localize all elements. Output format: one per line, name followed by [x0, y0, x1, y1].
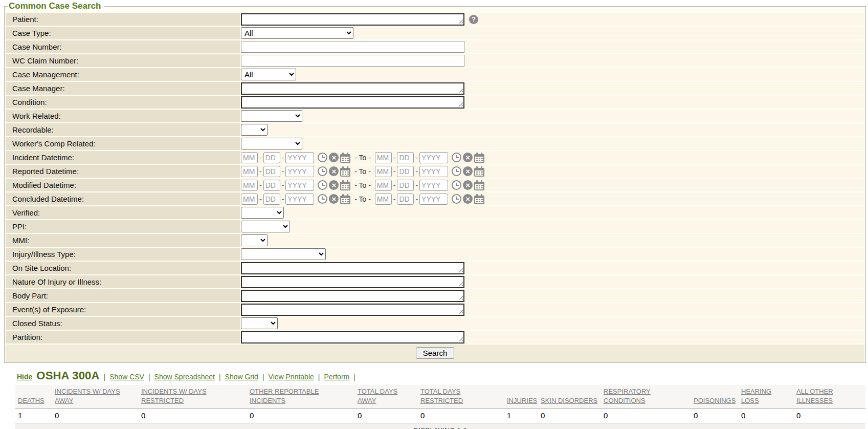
action-link-show-spreadsheet[interactable]: Show Spreadsheet [154, 373, 215, 381]
month-input[interactable] [241, 194, 258, 205]
workers-comp-related-select[interactable] [241, 138, 302, 149]
day-input[interactable] [263, 152, 280, 163]
clear-date-icon[interactable] [329, 153, 339, 162]
time-icon[interactable] [318, 180, 327, 190]
year-input[interactable] [285, 194, 314, 205]
year-input[interactable] [419, 152, 448, 163]
calendar-icon[interactable] [340, 182, 350, 190]
column-header-link[interactable]: POISONINGS [694, 397, 736, 404]
action-link-view-printable[interactable]: View Printable [269, 373, 314, 381]
column-header-link[interactable]: TOTAL DAYS RESTRICTED [420, 388, 463, 404]
calendar-icon[interactable] [340, 196, 350, 204]
day-input[interactable] [263, 194, 280, 205]
year-input[interactable] [419, 166, 448, 177]
patient-input-wrap [241, 13, 464, 26]
calendar-icon[interactable] [474, 168, 484, 177]
mmi-select[interactable] [241, 234, 268, 246]
events-of-exposure-input[interactable] [241, 304, 464, 316]
table-row: 100000100000 [15, 409, 865, 423]
ppi-select[interactable] [241, 221, 290, 232]
column-header-link[interactable]: SKIN DISORDERS [541, 397, 597, 404]
calendar-icon[interactable] [474, 196, 484, 204]
month-input[interactable] [375, 152, 392, 163]
clear-date-icon[interactable] [463, 194, 473, 204]
reported-date-from-group: -- [241, 166, 350, 177]
condition-input[interactable] [241, 96, 464, 109]
action-link-perform[interactable]: Perform [324, 373, 349, 381]
column-header-link[interactable]: HEARING LOSS [741, 388, 771, 404]
partition-input[interactable] [241, 331, 464, 344]
body-part-input[interactable] [241, 290, 464, 302]
column-header-link[interactable]: INCIDENTS W/ DAYS RESTRICTED [141, 388, 207, 404]
nature-of-injury-input[interactable] [241, 276, 464, 288]
field-control [240, 123, 864, 136]
month-input[interactable] [241, 166, 258, 177]
time-icon[interactable] [452, 180, 461, 190]
column-header-link[interactable]: TOTAL DAYS AWAY [358, 388, 397, 404]
day-input[interactable] [263, 166, 280, 177]
clear-date-icon[interactable] [329, 180, 339, 190]
day-input[interactable] [397, 180, 414, 191]
time-icon[interactable] [452, 166, 461, 176]
column-header: INCIDENTS W/ DAYS AWAY [52, 385, 139, 409]
clear-date-icon[interactable] [463, 153, 473, 162]
day-input[interactable] [263, 180, 280, 191]
column-header-link[interactable]: ALL OTHER ILLNESSES [796, 388, 833, 404]
wc-claim-number-input[interactable] [241, 55, 464, 67]
calendar-icon[interactable] [474, 182, 484, 190]
injury-illness-type-select[interactable] [241, 248, 326, 260]
month-input[interactable] [241, 180, 258, 191]
clear-date-icon[interactable] [463, 166, 473, 176]
verified-select[interactable] [241, 207, 284, 219]
year-input[interactable] [285, 166, 314, 177]
case-manager-input[interactable] [241, 82, 464, 95]
column-header-link[interactable]: INJURIES [507, 397, 537, 404]
work-related-select[interactable] [241, 110, 302, 122]
action-link-show-grid[interactable]: Show Grid [225, 373, 258, 381]
case-management-select[interactable]: All [241, 69, 296, 80]
clear-date-icon[interactable] [329, 194, 339, 204]
field-label: Partition: [6, 331, 240, 344]
column-header-link[interactable]: OTHER REPORTABLE INCIDENTS [250, 388, 319, 404]
month-input[interactable] [375, 194, 392, 205]
time-icon[interactable] [318, 194, 327, 204]
case-number-input[interactable] [241, 41, 464, 53]
time-icon[interactable] [452, 153, 461, 162]
month-input[interactable] [241, 152, 258, 163]
year-input[interactable] [419, 194, 448, 205]
column-header: TOTAL DAYS AWAY [355, 385, 418, 409]
day-input[interactable] [397, 166, 414, 177]
date-separator: - [282, 181, 284, 189]
action-link-show-csv[interactable]: Show CSV [109, 373, 144, 381]
year-input[interactable] [285, 152, 314, 163]
calendar-icon[interactable] [474, 154, 484, 163]
time-icon[interactable] [318, 166, 327, 176]
field-label: Case Manager: [6, 82, 240, 95]
patient-input[interactable] [241, 13, 464, 26]
calendar-icon[interactable] [340, 168, 350, 177]
time-icon[interactable] [318, 153, 327, 162]
closed-status-select[interactable] [241, 317, 278, 329]
on-site-location-input[interactable] [241, 262, 464, 274]
modified-date-from-group: -- [241, 180, 350, 191]
column-header-link[interactable]: DEATHS [18, 397, 44, 404]
time-icon[interactable] [452, 194, 461, 204]
clear-date-icon[interactable] [463, 180, 473, 190]
month-input[interactable] [375, 180, 392, 191]
calendar-icon[interactable] [340, 154, 350, 163]
case-type-select[interactable]: All [241, 27, 353, 39]
day-input[interactable] [397, 152, 414, 163]
field-control [240, 234, 864, 247]
clear-date-icon[interactable] [329, 166, 339, 176]
month-input[interactable] [375, 166, 392, 177]
search-button[interactable]: Search [416, 347, 455, 359]
day-input[interactable] [397, 194, 414, 205]
column-header-link[interactable]: INCIDENTS W/ DAYS AWAY [55, 388, 120, 404]
year-input[interactable] [285, 180, 314, 191]
hide-link[interactable]: Hide [17, 373, 32, 381]
recordable-select[interactable] [241, 124, 268, 136]
form-row-work-related: Work Related: [6, 110, 864, 122]
year-input[interactable] [419, 180, 448, 191]
column-header-link[interactable]: RESPIRATORY CONDITIONS [604, 388, 651, 404]
help-icon[interactable] [469, 15, 478, 24]
